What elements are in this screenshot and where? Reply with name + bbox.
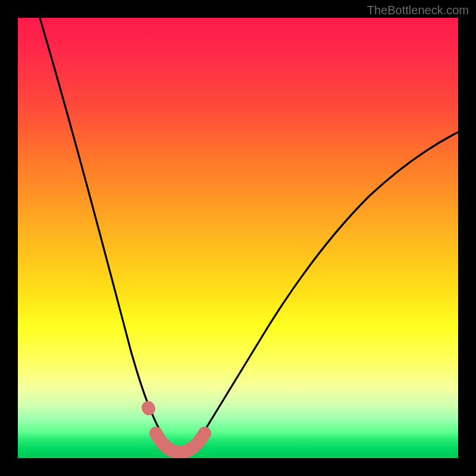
curve-overlay: [18, 18, 458, 458]
bottleneck-curve-line: [40, 18, 458, 451]
plot-area: [18, 18, 458, 458]
optimal-zone-highlight: [148, 408, 205, 452]
watermark-text: TheBottleneck.com: [367, 4, 469, 17]
chart-container: TheBottleneck.com: [0, 0, 476, 476]
